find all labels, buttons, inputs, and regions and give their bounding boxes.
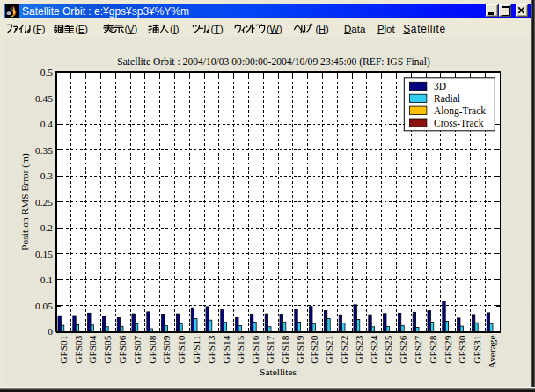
svg-text:0.05: 0.05 [35, 301, 53, 311]
svg-text:(E): (E) [75, 24, 88, 34]
svg-text:GPS23: GPS23 [354, 335, 364, 364]
svg-text:0.4: 0.4 [40, 119, 54, 129]
svg-text:GPS07: GPS07 [132, 335, 143, 364]
svg-text:GPS29: GPS29 [443, 335, 453, 364]
svg-text:(V): (V) [124, 24, 137, 34]
svg-text:(W): (W) [267, 24, 282, 34]
svg-text:Data: Data [344, 24, 366, 34]
svg-text:GPS08: GPS08 [147, 335, 158, 364]
svg-text:GPS06: GPS06 [117, 335, 128, 364]
svg-text:GPS15: GPS15 [235, 335, 246, 364]
svg-text:0.25: 0.25 [35, 197, 53, 207]
svg-text:GPS04: GPS04 [87, 335, 98, 364]
svg-text:0: 0 [48, 326, 53, 337]
svg-text:(T): (T) [211, 24, 224, 34]
svg-text:(I): (I) [170, 24, 179, 34]
svg-text:Along-Track: Along-Track [434, 105, 486, 117]
svg-text:0.15: 0.15 [35, 249, 53, 259]
svg-text:GPS14: GPS14 [221, 335, 231, 364]
svg-text:(F): (F) [33, 24, 45, 34]
svg-text:3D: 3D [434, 81, 446, 91]
svg-text:0.2: 0.2 [40, 222, 54, 233]
svg-text:GPS25: GPS25 [383, 335, 393, 364]
svg-text:GPS21: GPS21 [324, 335, 334, 364]
svg-text:Plot: Plot [377, 24, 396, 34]
svg-text:GPS19: GPS19 [295, 335, 305, 364]
svg-text:Position RMS Error (m): Position RMS Error (m) [19, 153, 31, 250]
svg-text:GPS05: GPS05 [102, 335, 113, 364]
svg-text:Satellite Orbit : 2004/10/03 0: Satellite Orbit : 2004/10/03 00:00:00-20… [117, 56, 430, 68]
svg-text:Radial: Radial [434, 93, 460, 104]
svg-text:GPS17: GPS17 [265, 335, 275, 364]
svg-text:Average: Average [487, 336, 497, 369]
svg-text:GPS28: GPS28 [428, 335, 438, 364]
svg-text:GPS10: GPS10 [176, 335, 187, 364]
svg-text:Cross-Track: Cross-Track [434, 118, 484, 128]
svg-text:GPS16: GPS16 [250, 335, 260, 364]
svg-text:(H): (H) [315, 24, 328, 34]
svg-text:GPS24: GPS24 [369, 335, 379, 364]
svg-text:Satellites: Satellites [260, 367, 297, 377]
svg-text:GPS20: GPS20 [309, 335, 319, 364]
svg-text:GPS01: GPS01 [58, 335, 69, 364]
svg-text:0.3: 0.3 [40, 171, 54, 181]
svg-text:GPS09: GPS09 [161, 335, 172, 364]
svg-text:0.35: 0.35 [35, 145, 53, 156]
svg-text:GPS26: GPS26 [398, 335, 408, 364]
svg-text:GPS27: GPS27 [413, 335, 423, 364]
svg-text:GPS31: GPS31 [472, 335, 482, 364]
svg-text:GPS11: GPS11 [191, 335, 202, 363]
svg-text:Satellite: Satellite [403, 23, 446, 35]
svg-text:GPS30: GPS30 [457, 335, 467, 364]
svg-text:0.45: 0.45 [35, 93, 53, 104]
svg-text:GPS03: GPS03 [73, 335, 84, 364]
svg-text:0.5: 0.5 [40, 67, 54, 77]
svg-text:0.1: 0.1 [40, 274, 54, 285]
svg-text:GPS18: GPS18 [280, 335, 290, 364]
svg-text:GPS22: GPS22 [339, 335, 349, 364]
svg-text:GPS13: GPS13 [206, 335, 216, 364]
